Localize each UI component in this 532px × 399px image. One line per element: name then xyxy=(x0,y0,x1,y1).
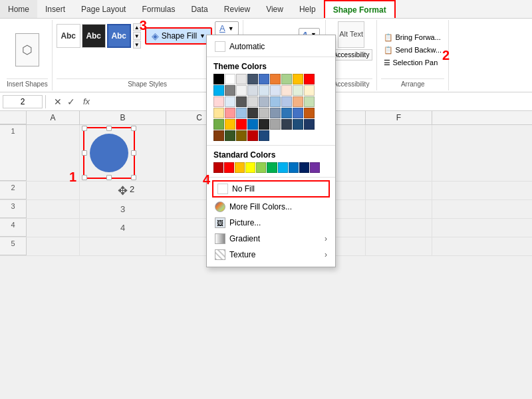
shape-style-box-1[interactable]: Abc xyxy=(57,24,80,48)
handle-middle-right[interactable] xyxy=(131,150,136,156)
cell-b4[interactable]: 4 xyxy=(80,219,166,237)
standard-color-swatch[interactable] xyxy=(256,162,266,173)
theme-color-swatch[interactable] xyxy=(213,85,224,96)
tab-formulas[interactable]: Formulas xyxy=(134,0,183,18)
theme-color-swatch[interactable] xyxy=(281,119,292,130)
theme-color-swatch[interactable] xyxy=(225,119,235,130)
theme-color-swatch[interactable] xyxy=(259,96,269,107)
bring-forward-btn[interactable]: 📋 Bring Forwa... xyxy=(381,32,444,43)
standard-color-swatch[interactable] xyxy=(267,162,277,173)
shape-style-box-3[interactable]: Abc xyxy=(107,24,131,48)
theme-color-swatch[interactable] xyxy=(259,130,269,141)
handle-top-left[interactable] xyxy=(82,126,87,131)
theme-color-swatch[interactable] xyxy=(304,108,315,118)
theme-color-swatch[interactable] xyxy=(293,85,303,96)
expand-btn[interactable]: ▼ xyxy=(133,41,141,49)
theme-color-swatch[interactable] xyxy=(293,96,303,107)
theme-color-swatch[interactable] xyxy=(236,130,247,141)
cell-b5[interactable] xyxy=(80,237,166,255)
theme-color-swatch[interactable] xyxy=(270,119,281,130)
confirm-formula-icon[interactable]: ✓ xyxy=(67,96,75,107)
theme-color-swatch[interactable] xyxy=(236,85,247,96)
cell-f5[interactable] xyxy=(366,237,432,255)
theme-color-swatch[interactable] xyxy=(304,96,315,107)
theme-color-swatch[interactable] xyxy=(225,96,235,107)
tab-review[interactable]: Review xyxy=(216,0,258,18)
handle-top-right[interactable] xyxy=(131,126,136,131)
theme-color-swatch[interactable] xyxy=(281,74,292,84)
tab-page-layout[interactable]: Page Layout xyxy=(73,0,134,18)
cell-b2[interactable]: ✥ xyxy=(80,182,166,200)
standard-color-swatch[interactable] xyxy=(224,162,234,173)
theme-color-swatch[interactable] xyxy=(213,108,224,118)
standard-color-swatch[interactable] xyxy=(310,162,320,173)
theme-color-swatch[interactable] xyxy=(213,119,224,130)
theme-color-swatch[interactable] xyxy=(213,130,224,141)
theme-color-swatch[interactable] xyxy=(293,108,303,118)
theme-color-swatch[interactable] xyxy=(236,108,247,118)
theme-color-swatch[interactable] xyxy=(270,108,281,118)
theme-color-swatch[interactable] xyxy=(281,96,292,107)
automatic-option[interactable]: Automatic xyxy=(207,39,335,54)
cell-a3[interactable] xyxy=(27,200,80,218)
standard-color-swatch[interactable] xyxy=(299,162,309,173)
handle-bottom-left[interactable] xyxy=(82,175,87,180)
theme-color-swatch[interactable] xyxy=(259,85,269,96)
theme-color-swatch[interactable] xyxy=(293,74,303,84)
no-fill-option[interactable]: No Fill 4 xyxy=(212,180,330,198)
theme-color-swatch[interactable] xyxy=(259,119,269,130)
cell-f3[interactable] xyxy=(366,200,432,218)
cell-f1[interactable] xyxy=(366,125,432,181)
standard-color-swatch[interactable] xyxy=(278,162,288,173)
theme-color-swatch[interactable] xyxy=(247,130,258,141)
theme-color-swatch[interactable] xyxy=(247,96,258,107)
theme-color-swatch[interactable] xyxy=(270,85,281,96)
theme-color-swatch[interactable] xyxy=(281,108,292,118)
tab-data[interactable]: Data xyxy=(183,0,215,18)
theme-color-swatch[interactable] xyxy=(236,74,247,84)
theme-color-swatch[interactable] xyxy=(293,119,303,130)
theme-color-swatch[interactable] xyxy=(213,96,224,107)
theme-color-swatch[interactable] xyxy=(247,85,258,96)
cell-a5[interactable] xyxy=(27,237,80,255)
handle-bottom-center[interactable] xyxy=(106,175,112,180)
theme-color-swatch[interactable] xyxy=(225,74,235,84)
theme-color-swatch[interactable] xyxy=(236,119,247,130)
theme-color-swatch[interactable] xyxy=(304,74,315,84)
gradient-option[interactable]: Gradient › xyxy=(207,231,335,247)
send-backward-btn[interactable]: 📋 Send Backw... xyxy=(381,45,444,56)
cancel-formula-icon[interactable]: ✕ xyxy=(54,96,62,107)
theme-color-swatch[interactable] xyxy=(304,85,315,96)
theme-color-swatch[interactable] xyxy=(247,74,258,84)
theme-color-swatch[interactable] xyxy=(259,74,269,84)
standard-color-swatch[interactable] xyxy=(289,162,299,173)
texture-option[interactable]: Texture › xyxy=(207,247,335,263)
tab-home[interactable]: Home xyxy=(0,0,37,18)
shape-style-box-2[interactable]: Abc xyxy=(82,24,106,48)
tab-shape-format[interactable]: Shape Format xyxy=(324,0,396,18)
tab-help[interactable]: Help xyxy=(291,0,324,18)
theme-color-swatch[interactable] xyxy=(225,108,235,118)
tab-insert[interactable]: Insert xyxy=(37,0,73,18)
handle-middle-left[interactable] xyxy=(82,150,87,156)
cell-f2[interactable] xyxy=(366,182,432,200)
theme-color-swatch[interactable] xyxy=(225,85,235,96)
col-header-f[interactable]: F xyxy=(366,111,432,124)
theme-color-swatch[interactable] xyxy=(259,108,269,118)
tab-view[interactable]: View xyxy=(258,0,291,18)
theme-color-swatch[interactable] xyxy=(225,130,235,141)
picture-option[interactable]: 🖼 Picture... xyxy=(207,215,335,231)
more-fill-colors-option[interactable]: More Fill Colors... xyxy=(207,199,335,215)
accessibility-check-btn[interactable]: Accessibility xyxy=(330,49,372,61)
handle-top-center[interactable] xyxy=(106,126,112,131)
insert-shapes-button[interactable]: ⬡ xyxy=(15,33,39,66)
shape-outline-btn[interactable]: A ▼ xyxy=(215,21,239,35)
theme-color-swatch[interactable] xyxy=(213,74,224,84)
shape-fill-button[interactable]: ◈ Shape Fill ▼ xyxy=(145,27,212,45)
theme-color-swatch[interactable] xyxy=(270,74,281,84)
cell-a4[interactable] xyxy=(27,219,80,237)
theme-color-swatch[interactable] xyxy=(247,119,258,130)
alt-text-button[interactable]: Alt Text xyxy=(338,21,364,48)
standard-color-swatch[interactable] xyxy=(245,162,255,173)
selection-pane-btn[interactable]: ☰ Selection Pan 2 xyxy=(381,57,444,68)
